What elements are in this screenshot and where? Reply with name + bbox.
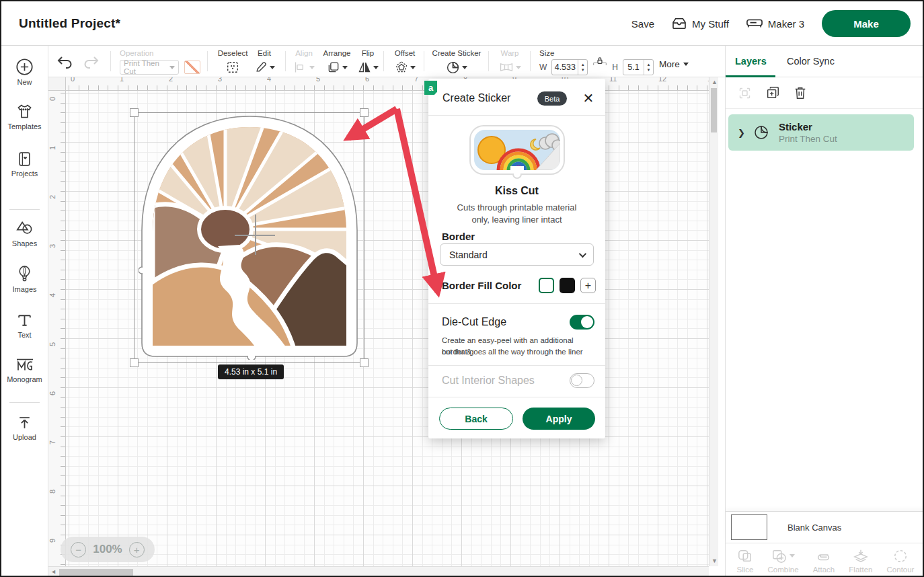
more-button[interactable]: More xyxy=(659,59,689,69)
zoom-control: − 100% + xyxy=(61,537,155,562)
sidebar-divider xyxy=(9,209,40,210)
toolbar-divider xyxy=(488,51,489,71)
lock-ratio-icon[interactable] xyxy=(592,56,607,67)
width-stepper[interactable]: ▲▼ xyxy=(578,60,587,75)
align-button[interactable]: Align xyxy=(291,49,317,75)
deselect-button[interactable]: Deselect xyxy=(217,49,249,75)
border-dropdown[interactable]: Standard xyxy=(440,243,594,266)
size-group: Size W ▲▼ H ▲▼ xyxy=(539,49,654,75)
top-bar: Untitled Project* Save My Stuff Maker 3 … xyxy=(1,1,923,46)
chevron-down-icon xyxy=(342,66,348,69)
sticker-artwork[interactable] xyxy=(139,114,360,360)
border-label: Border xyxy=(442,231,475,242)
trash-icon[interactable] xyxy=(794,85,807,100)
sidebar-divider xyxy=(9,402,40,403)
vertical-scroll-thumb[interactable] xyxy=(711,88,717,132)
canvas-color-swatch[interactable] xyxy=(731,514,767,540)
back-button[interactable]: Back xyxy=(439,408,513,430)
layer-row-sticker[interactable]: ❯ Sticker Print Then Cut xyxy=(728,114,914,151)
apply-button[interactable]: Apply xyxy=(523,408,595,430)
tab-layers[interactable]: Layers xyxy=(735,46,767,77)
cut-interior-shapes-toggle[interactable] xyxy=(570,373,594,388)
upload-icon xyxy=(16,414,33,431)
sidebar-item-monogram[interactable]: Monogram xyxy=(1,356,48,383)
monogram-icon xyxy=(15,356,35,373)
undo-icon xyxy=(56,55,74,70)
cricut-design-space-window: Untitled Project* Save My Stuff Maker 3 … xyxy=(0,0,924,577)
sidebar-item-shapes[interactable]: Shapes xyxy=(1,219,48,247)
close-icon[interactable]: ✕ xyxy=(581,91,596,106)
scroll-down-icon[interactable]: ▼ xyxy=(711,558,718,564)
add-fill-color-button[interactable]: + xyxy=(580,278,596,293)
expand-chevron-icon[interactable]: ❯ xyxy=(738,128,745,138)
deselect-icon xyxy=(225,59,240,75)
create-sticker-button[interactable]: Create Sticker xyxy=(433,49,480,75)
chevron-down-icon xyxy=(169,66,175,69)
attach-button[interactable]: Attach xyxy=(813,549,835,574)
die-cut-edge-label: Die-Cut Edge xyxy=(442,316,506,328)
scroll-up-icon[interactable]: ▲ xyxy=(711,79,718,85)
edit-button[interactable]: Edit xyxy=(252,49,276,75)
panel-divider xyxy=(428,397,605,397)
sidebar-item-projects[interactable]: Projects xyxy=(1,151,48,178)
scroll-left-icon[interactable]: ◄ xyxy=(50,569,56,575)
vertical-scrollbar[interactable]: ▲ ▼ xyxy=(709,77,718,566)
flip-icon xyxy=(358,61,371,74)
machine-icon xyxy=(746,18,763,29)
height-input[interactable] xyxy=(623,63,644,72)
machine-selector[interactable]: Maker 3 xyxy=(746,18,804,30)
operation-group: Operation Print Then Cut xyxy=(120,49,200,75)
zoom-in-button[interactable]: + xyxy=(129,542,145,557)
die-cut-edge-toggle[interactable] xyxy=(570,315,594,330)
make-button[interactable]: Make xyxy=(822,10,911,37)
sidebar-item-templates[interactable]: Templates xyxy=(1,102,48,130)
width-input[interactable] xyxy=(552,63,578,72)
sidebar-item-images[interactable]: Images xyxy=(1,265,48,293)
zoom-out-button[interactable]: − xyxy=(71,542,86,557)
toolbar-divider xyxy=(530,51,531,71)
panel-tabs: Layers Color Sync xyxy=(726,46,924,77)
sidebar-item-new[interactable]: New xyxy=(1,58,48,86)
combine-icon xyxy=(771,549,787,564)
flatten-button[interactable]: Flatten xyxy=(849,549,872,574)
sidebar-item-upload[interactable]: Upload xyxy=(1,414,48,441)
height-stepper[interactable]: ▲▼ xyxy=(644,60,653,75)
border-fill-white-swatch[interactable] xyxy=(539,278,554,293)
tab-color-sync[interactable]: Color Sync xyxy=(787,46,835,77)
panel-header: Create Sticker Beta ✕ xyxy=(428,79,605,116)
flip-button[interactable]: Flip xyxy=(356,49,379,75)
operation-dropdown[interactable]: Print Then Cut xyxy=(120,60,179,75)
panel-title: Create Sticker xyxy=(442,92,510,104)
redo-button[interactable] xyxy=(82,55,100,70)
arrange-icon xyxy=(327,61,340,74)
combine-button[interactable]: Combine xyxy=(768,549,799,574)
undo-button[interactable] xyxy=(56,55,74,70)
size-tooltip: 4.53 in x 5.1 in xyxy=(218,364,284,379)
panel-divider xyxy=(428,365,605,366)
images-icon xyxy=(16,265,33,283)
chevron-down-icon xyxy=(683,63,689,66)
cut-type-title: Kiss Cut xyxy=(428,185,605,197)
die-cut-description-line2: cut that goes all the way through the li… xyxy=(442,346,593,358)
kiss-cut-illustration xyxy=(466,123,568,181)
my-stuff-button[interactable]: My Stuff xyxy=(672,17,729,30)
sticker-layer-icon xyxy=(753,124,769,141)
vertical-ruler: 0 1 2 3 4 5 6 7 8 9 xyxy=(48,91,66,566)
offset-button[interactable]: Offset xyxy=(390,49,420,75)
arrange-button[interactable]: Arrange xyxy=(320,49,354,75)
blank-canvas-row[interactable]: Blank Canvas xyxy=(726,511,924,543)
horizontal-scroll-thumb[interactable] xyxy=(59,569,133,576)
chevron-down-icon xyxy=(579,249,586,257)
horizontal-scrollbar[interactable]: ◄ xyxy=(48,566,709,577)
templates-icon xyxy=(15,102,34,120)
chevron-down-icon xyxy=(373,66,379,69)
contour-button[interactable]: Contour xyxy=(887,549,915,574)
operation-color-swatch[interactable] xyxy=(184,61,200,74)
slice-button[interactable]: Slice xyxy=(737,549,754,574)
group-icon[interactable] xyxy=(738,86,752,100)
border-fill-black-swatch[interactable] xyxy=(560,278,575,293)
warp-button[interactable]: Warp xyxy=(496,49,523,75)
save-button[interactable]: Save xyxy=(631,18,654,30)
sidebar-item-text[interactable]: Text xyxy=(1,312,48,339)
duplicate-icon[interactable] xyxy=(765,85,780,100)
